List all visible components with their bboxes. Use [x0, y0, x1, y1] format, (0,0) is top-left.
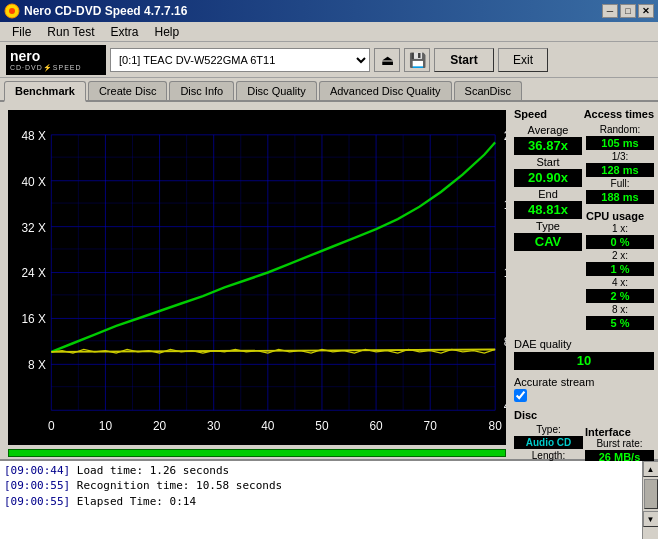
maximize-button[interactable]: □ [620, 4, 636, 18]
accurate-label: Accurate [514, 376, 557, 388]
cpu-4x-label: 4 x: [586, 277, 654, 288]
drive-selector[interactable]: [0:1] TEAC DV-W522GMA 6T11 [110, 48, 370, 72]
speed-chart: 48 X 40 X 32 X 24 X 16 X 8 X 20 16 12 8 … [8, 110, 506, 445]
tab-disc-info[interactable]: Disc Info [169, 81, 234, 100]
progress-bar-fill [9, 450, 505, 456]
access-col: Random: 105 ms 1/3: 128 ms Full: 188 ms … [586, 124, 654, 331]
type-label: Type [514, 220, 582, 232]
full-value: 188 ms [586, 190, 654, 204]
type-disc-value: Audio CD [514, 436, 583, 449]
svg-text:0: 0 [48, 417, 55, 433]
dae-section: DAE quality 10 [514, 337, 654, 371]
random-value: 105 ms [586, 136, 654, 150]
type-disc-label: Type: [514, 424, 583, 435]
dae-header: DAE quality [514, 338, 571, 350]
tab-advanced-disc-quality[interactable]: Advanced Disc Quality [319, 81, 452, 100]
log-line-3: [09:00:55] Elapsed Time: 0:14 [4, 494, 638, 509]
log-scrollbar: ▲ ▼ [642, 461, 658, 539]
close-button[interactable]: ✕ [638, 4, 654, 18]
tab-disc-quality[interactable]: Disc Quality [236, 81, 317, 100]
svg-text:16: 16 [504, 196, 506, 212]
svg-text:40: 40 [261, 417, 274, 433]
average-label: Average [514, 124, 582, 136]
right-panel: Speed Access times Average 36.87x Start … [510, 102, 658, 459]
titlebar-left: Nero CD-DVD Speed 4.7.7.16 [4, 3, 187, 19]
speed-header: Speed [514, 108, 547, 120]
svg-text:16 X: 16 X [21, 311, 46, 327]
full-label: Full: [586, 178, 654, 189]
cpu-4x-value: 2 % [586, 289, 654, 303]
menu-help[interactable]: Help [147, 23, 188, 41]
random-label: Random: [586, 124, 654, 135]
third-label: 1/3: [586, 151, 654, 162]
cpu-2x-label: 2 x: [586, 250, 654, 261]
tab-bar: Benchmark Create Disc Disc Info Disc Qua… [0, 78, 658, 102]
start-button[interactable]: Start [434, 48, 494, 72]
tab-scan-disc[interactable]: ScanDisc [454, 81, 522, 100]
svg-text:80: 80 [489, 417, 502, 433]
progress-bar-container [8, 449, 506, 457]
nero-product: CD·DVD⚡SPEED [10, 64, 82, 72]
scroll-up-button[interactable]: ▲ [643, 461, 659, 477]
interface-header: Interface [585, 426, 654, 438]
exit-button[interactable]: Exit [498, 48, 548, 72]
start-value: 20.90x [514, 169, 582, 187]
svg-text:70: 70 [424, 417, 437, 433]
save-button[interactable]: 💾 [404, 48, 430, 72]
tab-benchmark[interactable]: Benchmark [4, 81, 86, 102]
scroll-thumb[interactable] [644, 479, 658, 509]
toolbar: nero CD·DVD⚡SPEED [0:1] TEAC DV-W522GMA … [0, 42, 658, 78]
svg-text:20: 20 [153, 417, 166, 433]
log-time-2: [09:00:55] [4, 479, 70, 492]
cpu-1x-label: 1 x: [586, 223, 654, 234]
tab-create-disc[interactable]: Create Disc [88, 81, 167, 100]
cpu-2x-value: 1 % [586, 262, 654, 276]
cpu-1x-value: 0 % [586, 235, 654, 249]
cpu-8x-value: 5 % [586, 316, 654, 330]
titlebar: Nero CD-DVD Speed 4.7.7.16 ─ □ ✕ [0, 0, 658, 22]
log-line-2: [09:00:55] Recognition time: 10.58 secon… [4, 478, 638, 493]
menu-file[interactable]: File [4, 23, 39, 41]
svg-text:48 X: 48 X [21, 127, 46, 143]
log-time-3: [09:00:55] [4, 495, 70, 508]
nero-brand: nero [10, 48, 40, 64]
log-line-1: [09:00:44] Load time: 1.26 seconds [4, 463, 638, 478]
menu-run-test[interactable]: Run Test [39, 23, 102, 41]
log-content: [09:00:44] Load time: 1.26 seconds [09:0… [0, 461, 642, 539]
svg-text:24 X: 24 X [21, 265, 46, 281]
svg-point-1 [9, 8, 15, 14]
menu-extra[interactable]: Extra [102, 23, 146, 41]
eject-button[interactable]: ⏏ [374, 48, 400, 72]
minimize-button[interactable]: ─ [602, 4, 618, 18]
accurate-stream-checkbox[interactable] [514, 389, 527, 402]
svg-text:12: 12 [504, 265, 506, 281]
svg-text:4: 4 [504, 397, 506, 413]
svg-text:30: 30 [207, 417, 220, 433]
access-header: Access times [584, 108, 654, 120]
log-area: [09:00:44] Load time: 1.26 seconds [09:0… [0, 459, 658, 539]
length-label: Length: [514, 450, 583, 461]
end-label: End [514, 188, 582, 200]
svg-text:8 X: 8 X [28, 357, 46, 373]
svg-text:50: 50 [315, 417, 328, 433]
accurate-section: Accurate stream [514, 375, 654, 402]
svg-text:60: 60 [369, 417, 382, 433]
accurate-stream-row [514, 389, 654, 402]
cpu-header: CPU usage [586, 210, 644, 222]
log-text-3: Elapsed Time: 0:14 [77, 495, 196, 508]
app-icon [4, 3, 20, 19]
svg-text:32 X: 32 X [21, 219, 46, 235]
scroll-down-button[interactable]: ▼ [643, 511, 659, 527]
stream-label: stream [561, 376, 595, 388]
end-value: 48.81x [514, 201, 582, 219]
average-value: 36.87x [514, 137, 582, 155]
chart-area: 48 X 40 X 32 X 24 X 16 X 8 X 20 16 12 8 … [8, 110, 506, 445]
disc-header: Disc [514, 409, 537, 421]
log-text-2: Recognition time: 10.58 seconds [77, 479, 282, 492]
svg-text:40 X: 40 X [21, 173, 46, 189]
log-text-1: Load time: 1.26 seconds [77, 464, 229, 477]
menubar: File Run Test Extra Help [0, 22, 658, 42]
titlebar-controls: ─ □ ✕ [602, 4, 654, 18]
cpu-8x-label: 8 x: [586, 304, 654, 315]
nero-logo: nero CD·DVD⚡SPEED [6, 45, 106, 75]
